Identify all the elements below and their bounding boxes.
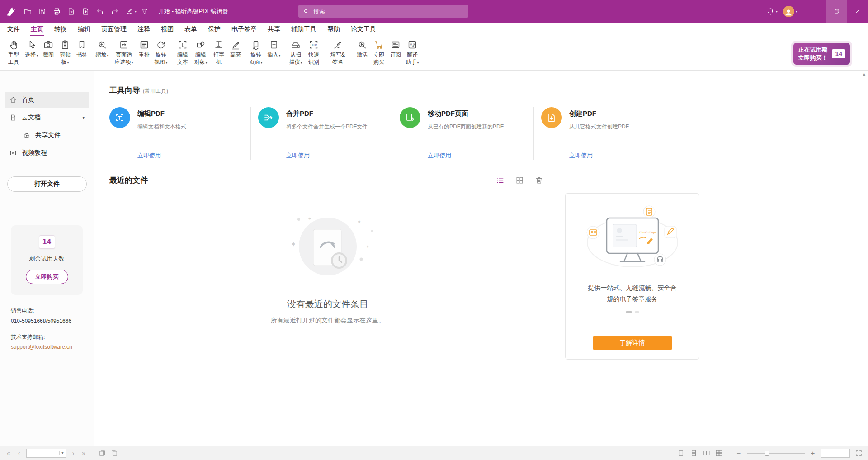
menu-convert[interactable]: 转换 — [49, 23, 72, 36]
scrollbar-up-arrow[interactable]: ▲ — [862, 72, 866, 76]
menu-home[interactable]: 主页 — [25, 23, 49, 36]
list-view-icon[interactable] — [496, 176, 505, 185]
dot-inactive[interactable] — [635, 311, 639, 313]
support-email-link[interactable]: support@foxitsoftware.cn — [11, 342, 83, 352]
menu-share[interactable]: 共享 — [262, 23, 286, 36]
single-page-view-button[interactable] — [677, 449, 685, 457]
menu-protect[interactable]: 保护 — [203, 23, 226, 36]
share-document-button[interactable] — [79, 5, 92, 18]
ribbon-tool-translate-assistant[interactable]: A 翻译助手▾ — [403, 38, 421, 66]
close-icon — [854, 8, 861, 14]
search-box[interactable] — [298, 5, 468, 18]
previous-view-button[interactable] — [99, 449, 106, 457]
ribbon-tool-edit-object[interactable]: 编辑对象▾ — [192, 38, 210, 66]
card-create-pdf[interactable]: 创建PDF 从其它格式文件创建PDF 立即使用 — [534, 107, 675, 160]
ribbon-tool-fill-sign[interactable]: 填写&签名 — [326, 38, 349, 66]
fit-page-button[interactable] — [855, 449, 863, 457]
facing-view-button[interactable] — [703, 449, 710, 457]
next-view-button[interactable] — [110, 449, 118, 457]
zoom-out-button[interactable]: − — [736, 449, 742, 457]
ribbon-tool-snapshot[interactable]: 截图 — [41, 38, 56, 60]
sidebar-item-video-tutorials[interactable]: 视频教程 — [5, 145, 89, 161]
grid-view-icon[interactable] — [515, 176, 524, 185]
menu-page-management[interactable]: 页面管理 — [96, 23, 132, 36]
next-page-button[interactable]: › — [70, 450, 76, 457]
ribbon-tool-reflow[interactable]: 重排 — [137, 38, 152, 60]
card-move-pdf-pages[interactable]: 移动PDF页面 从已有的PDF页面创建新的PDF 立即使用 — [392, 107, 534, 160]
menu-help[interactable]: 帮助 — [322, 23, 345, 36]
ribbon-tool-fit-options[interactable]: 页面适应选项▾ — [111, 38, 137, 66]
facing-continuous-view-button[interactable] — [715, 449, 723, 457]
undo-button[interactable] — [93, 5, 107, 18]
card-description: 从其它格式文件创建PDF — [569, 123, 629, 131]
print-button[interactable] — [50, 5, 63, 18]
learn-more-button[interactable]: 了解详情 — [593, 336, 672, 350]
first-page-button[interactable]: « — [5, 450, 12, 457]
zoom-percentage-input[interactable] — [821, 449, 850, 458]
card-merge-pdf[interactable]: 合并PDF 将多个文件合并生成一个PDF文件 立即使用 — [251, 107, 392, 160]
ribbon-tool-bookmark[interactable]: 书签 — [74, 38, 90, 60]
minimize-button[interactable]: ─ — [806, 0, 826, 23]
export-pdf-button[interactable] — [64, 5, 78, 18]
menu-esign[interactable]: 电子签章 — [226, 23, 262, 36]
menu-accessibility[interactable]: 辅助工具 — [286, 23, 322, 36]
promo-pagination-dots[interactable] — [626, 311, 639, 313]
menu-comment[interactable]: 注释 — [132, 23, 156, 36]
ribbon-tool-highlight[interactable]: 高亮 — [228, 38, 243, 60]
use-now-link[interactable]: 立即使用 — [286, 152, 368, 160]
zoom-in-button[interactable]: + — [810, 449, 816, 457]
redo-button[interactable] — [108, 5, 121, 18]
ribbon-tool-ocr[interactable]: OCR 快速识别 — [305, 38, 323, 66]
ribbon-tool-from-scanner[interactable]: 从扫描仪▾ — [287, 38, 305, 66]
menu-edit[interactable]: 编辑 — [72, 23, 96, 36]
use-now-link[interactable]: 立即使用 — [137, 152, 186, 160]
menu-view[interactable]: 视图 — [156, 23, 179, 36]
zoom-slider-thumb[interactable] — [765, 451, 769, 456]
previous-page-button[interactable]: ‹ — [16, 450, 22, 457]
ribbon-tool-rotate-pages[interactable]: 旋转页面▾ — [247, 38, 265, 66]
ribbon-tool-buy-now[interactable]: 立即购买 — [370, 38, 388, 66]
sign-tool-button[interactable] — [122, 5, 136, 18]
page-number-input[interactable] — [27, 450, 59, 456]
menu-file[interactable]: 文件 — [2, 23, 25, 36]
ribbon-tool-edit-text[interactable]: 编辑文本 — [174, 38, 192, 66]
last-page-button[interactable]: » — [80, 450, 87, 457]
ribbon-tool-select[interactable]: 选择▾ — [23, 38, 41, 60]
buy-now-button[interactable]: 立即购买 — [26, 270, 68, 284]
sidebar-item-home[interactable]: 首页 — [5, 92, 89, 108]
ribbon-tool-clipboard[interactable]: 剪贴板▾ — [56, 38, 74, 66]
page-number-box[interactable]: ▼ — [26, 449, 66, 458]
avatar[interactable] — [783, 6, 794, 17]
restore-button[interactable] — [826, 0, 847, 23]
zoom-slider[interactable] — [747, 450, 805, 456]
save-button[interactable] — [35, 5, 49, 18]
chevron-down-icon[interactable]: ▾ — [796, 9, 797, 14]
open-file-big-button[interactable]: 打开文件 — [7, 176, 87, 192]
card-edit-pdf[interactable]: 编辑PDF 编辑文档和文本格式 立即使用 — [109, 107, 251, 160]
search-input[interactable] — [313, 8, 464, 15]
ribbon-tool-subscribe[interactable]: 订阅 — [388, 38, 403, 60]
menu-paper-tools[interactable]: 论文工具 — [345, 23, 382, 36]
continuous-view-button[interactable] — [690, 449, 698, 457]
ribbon-tool-activate[interactable]: 激活 — [354, 38, 370, 60]
chevron-down-icon[interactable]: ▾ — [82, 115, 85, 120]
menu-form[interactable]: 表单 — [179, 23, 203, 36]
use-now-link[interactable]: 立即使用 — [569, 152, 629, 160]
chevron-down-icon[interactable]: ▾ — [776, 9, 778, 14]
chevron-down-icon[interactable]: ▼ — [59, 451, 66, 455]
trash-icon[interactable] — [535, 176, 543, 185]
ribbon-tool-rotate-view[interactable]: 旋转视图▾ — [152, 38, 170, 66]
ribbon-tool-zoom[interactable]: 缩放▾ — [93, 38, 111, 60]
close-button[interactable] — [847, 0, 868, 23]
use-now-link[interactable]: 立即使用 — [428, 152, 504, 160]
ribbon-collapse-button[interactable] — [137, 5, 151, 18]
trial-banner[interactable]: 正在试用期 立即购买！ 14 — [793, 43, 850, 64]
sidebar-item-cloud-docs[interactable]: 云文档 ▾ — [5, 109, 89, 126]
ribbon-tool-hand[interactable]: 手型工具 — [5, 38, 23, 66]
chevron-down-icon[interactable]: ▾ — [135, 9, 137, 14]
sidebar-item-shared-files[interactable]: 共享文件 — [5, 127, 89, 143]
ribbon-tool-typewriter[interactable]: 打字机 — [210, 38, 228, 66]
dot-active[interactable] — [626, 311, 632, 313]
ribbon-tool-insert-pages[interactable]: 插入▾ — [265, 38, 283, 60]
open-file-button[interactable] — [21, 5, 34, 18]
